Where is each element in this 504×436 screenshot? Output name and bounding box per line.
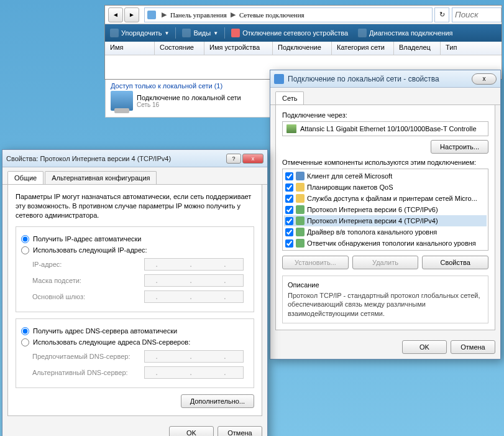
dns-auto-label: Получить адрес DNS-сервера автоматически: [33, 327, 177, 335]
ip-auto-radio[interactable]: [21, 235, 29, 243]
column-headers: Имя Состояние Имя устройства Подключение…: [105, 42, 502, 55]
search-input[interactable]: [452, 7, 502, 22]
component-checkbox[interactable]: [285, 172, 293, 180]
column-header[interactable]: Тип: [441, 42, 465, 55]
components-list[interactable]: Клиент для сетей Microsoft Планировщик п…: [282, 169, 488, 251]
install-button[interactable]: Установить...: [282, 256, 349, 269]
column-header[interactable]: Подключение: [273, 42, 332, 55]
advanced-button[interactable]: Дополнительно...: [181, 394, 254, 408]
refresh-button[interactable]: ↻: [434, 7, 449, 22]
views-button[interactable]: Виды▼: [177, 24, 223, 42]
description-header: Описание: [288, 281, 483, 289]
component-item[interactable]: Ответчик обнаружения топологии канальног…: [284, 238, 487, 249]
disable-icon: [231, 29, 240, 37]
nav-back-button[interactable]: ◄: [108, 7, 123, 22]
protocol-icon: [296, 216, 305, 225]
client-icon: [296, 172, 305, 180]
breadcrumb-item[interactable]: Сетевые подключения: [237, 8, 307, 22]
organize-button[interactable]: Упорядочить▼: [105, 24, 174, 42]
component-item[interactable]: Драйвер в/в тополога канального уровня: [284, 226, 487, 238]
group-link[interactable]: Доступ только к локальной сети (1): [111, 82, 270, 90]
component-checkbox[interactable]: [285, 195, 293, 203]
description-text: Протокол TCP/IP - стандартный протокол г…: [288, 291, 483, 318]
dns1-label: Предпочитаемый DNS-сервер:: [32, 353, 144, 360]
properties-button[interactable]: Свойства: [422, 256, 488, 269]
component-checkbox[interactable]: [285, 183, 293, 192]
ok-button[interactable]: OK: [169, 426, 214, 436]
component-checkbox[interactable]: [285, 239, 293, 248]
component-item[interactable]: Планировщик пакетов QoS: [284, 182, 487, 193]
ipv4-properties-dialog: Свойства: Протокол Интернета версии 4 (T…: [2, 149, 268, 436]
close-button[interactable]: x: [242, 154, 263, 164]
disable-device-button[interactable]: Отключение сетевого устройства: [226, 24, 353, 42]
uninstall-button[interactable]: Удалить: [352, 256, 419, 269]
refresh-icon: ↻: [439, 11, 445, 19]
service-icon: [296, 194, 305, 203]
ip-manual-label: Использовать следующий IP-адрес:: [33, 246, 147, 254]
connection-list: Доступ только к локальной сети (1) Подкл…: [105, 80, 276, 118]
dns-auto-radio[interactable]: [21, 327, 29, 335]
ip-address-group: Получить IP-адрес автоматически Использо…: [16, 226, 254, 312]
tab-network[interactable]: Сеть: [275, 91, 304, 104]
gateway-label: Основной шлюз:: [32, 293, 144, 300]
component-item[interactable]: Протокол Интернета версии 6 (TCP/IPv6): [284, 204, 487, 215]
close-button[interactable]: x: [472, 73, 497, 85]
dns2-label: Альтернативный DNS-сервер:: [32, 369, 144, 376]
subnet-mask-input: [144, 274, 244, 287]
titlebar[interactable]: Свойства: Протокол Интернета версии 4 (T…: [2, 150, 267, 167]
address-bar: ◄ ► ▶ Панель управления ▶ Сетевые подклю…: [105, 6, 502, 24]
views-icon: [182, 29, 191, 37]
dns-manual-radio[interactable]: [21, 338, 29, 346]
toolbar: Упорядочить▼ Виды▼ Отключение сетевого у…: [105, 24, 502, 42]
dialog-title: Подключение по локальной сети - свойства: [288, 75, 472, 83]
nic-icon: [286, 124, 296, 133]
cancel-button[interactable]: Отмена: [451, 340, 495, 354]
dialog-title: Свойства: Протокол Интернета версии 4 (T…: [6, 155, 226, 162]
column-header[interactable]: Категория сети: [332, 42, 394, 55]
component-checkbox[interactable]: [285, 217, 293, 225]
protocol-icon: [296, 239, 305, 248]
organize-icon: [110, 29, 119, 37]
diagnose-button[interactable]: Диагностика подключения: [353, 24, 457, 42]
breadcrumb[interactable]: ▶ Панель управления ▶ Сетевые подключени…: [144, 7, 433, 22]
column-header[interactable]: Имя устройства: [204, 42, 273, 55]
protocol-icon: [296, 228, 305, 236]
component-item-selected[interactable]: Протокол Интернета версии 4 (TCP/IPv4): [284, 215, 487, 226]
column-header[interactable]: Владелец: [394, 42, 441, 55]
ok-button[interactable]: OK: [402, 340, 447, 354]
column-header[interactable]: Имя: [105, 42, 155, 55]
adapter-name: Attansic L1 Gigabit Ethernet 10/100/1000…: [300, 125, 477, 132]
connection-properties-dialog: Подключение по локальной сети - свойства…: [270, 70, 501, 359]
components-label: Отмеченные компоненты используются этим …: [282, 159, 488, 166]
intro-text: Параметры IP могут назначаться автоматич…: [16, 192, 254, 220]
component-checkbox[interactable]: [285, 228, 293, 236]
network-icon: [274, 74, 284, 84]
nav-forward-button[interactable]: ►: [124, 7, 139, 22]
column-header[interactable]: Состояние: [155, 42, 204, 55]
ip-manual-radio[interactable]: [21, 246, 29, 254]
connection-network: Сеть 16: [137, 101, 241, 108]
description-group: Описание Протокол TCP/IP - стандартный п…: [282, 276, 488, 323]
ip-address-input: [144, 258, 244, 271]
help-button[interactable]: ?: [226, 154, 241, 164]
titlebar[interactable]: Подключение по локальной сети - свойства…: [270, 70, 500, 88]
diagnose-icon: [358, 29, 367, 37]
dns-manual-label: Использовать следующие адреса DNS-сервер…: [33, 338, 190, 346]
ip-auto-label: Получить IP-адрес автоматически: [33, 235, 141, 243]
connect-via-label: Подключение через:: [282, 111, 488, 119]
adapter-display: Attansic L1 Gigabit Ethernet 10/100/1000…: [282, 121, 488, 136]
component-item[interactable]: Служба доступа к файлам и принтерам сете…: [284, 193, 487, 204]
configure-button[interactable]: Настроить...: [431, 140, 488, 154]
connection-title: Подключение по локальной сети: [137, 94, 241, 101]
breadcrumb-item[interactable]: Панель управления: [168, 8, 229, 22]
tab-alt-config[interactable]: Альтернативная конфигурация: [45, 171, 157, 184]
cancel-button[interactable]: Отмена: [218, 426, 262, 436]
component-checkbox[interactable]: [285, 206, 293, 214]
explorer-window: ◄ ► ▶ Панель управления ▶ Сетевые подклю…: [104, 5, 502, 80]
ip-label: IP-адрес:: [32, 261, 144, 268]
connection-item[interactable]: Подключение по локальной сети Сеть 16: [111, 91, 270, 111]
tab-general[interactable]: Общие: [7, 171, 44, 184]
alternate-dns-input: [144, 366, 244, 379]
component-item[interactable]: Клиент для сетей Microsoft: [284, 170, 487, 182]
mask-label: Маска подсети:: [32, 277, 144, 284]
